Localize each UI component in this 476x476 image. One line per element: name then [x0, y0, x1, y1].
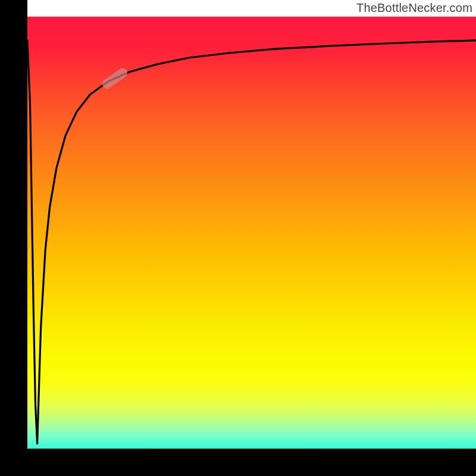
gradient-background	[27, 17, 476, 449]
attribution-band: TheBottleNecker.com	[27, 0, 476, 17]
plot-area	[27, 17, 476, 449]
y-axis-bar	[0, 0, 27, 476]
x-axis-bar	[0, 449, 476, 476]
chart-stage: TheBottleNecker.com	[0, 0, 476, 476]
svg-rect-0	[27, 17, 476, 449]
attribution-text: TheBottleNecker.com	[356, 1, 472, 15]
